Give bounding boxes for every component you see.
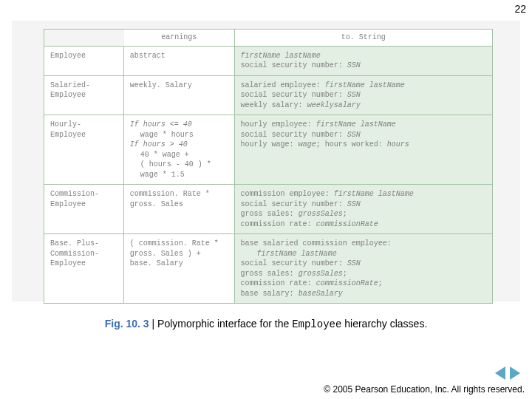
figure-caption: Fig. 10. 3 | Polymorphic interface for t… [0,318,532,330]
class-name-cell: Employee [44,47,124,76]
page-number: 22 [514,3,526,15]
tostring-cell: base salaried commission employee:firstN… [235,234,493,304]
earnings-cell: ( commission. Rate *gross. Sales ) +base… [124,234,235,304]
class-name-cell: Salaried-Employee [44,76,124,116]
earnings-cell: weekly. Salary [124,76,235,116]
tostring-cell: firstName lastNamesocial security number… [235,47,493,76]
table-row: Salaried-Employeeweekly. Salarysalaried … [44,76,493,116]
class-name-cell: Hourly-Employee [44,115,124,185]
earnings-cell: If hours <= 40wage * hoursIf hours > 404… [124,115,235,185]
caption-pre: Polymorphic interface for the [157,318,292,330]
caption-sep: | [149,318,157,330]
caption-code: Employee [292,318,341,330]
prev-arrow-icon[interactable] [495,366,505,380]
table-row: Base. Plus-Commission-Employee( commissi… [44,234,493,304]
header-blank [44,30,124,47]
next-arrow-icon[interactable] [510,366,520,380]
copyright-text: © 2005 Pearson Education, Inc. All right… [324,384,525,395]
class-name-cell: Base. Plus-Commission-Employee [44,234,124,304]
table-row: Hourly-EmployeeIf hours <= 40wage * hour… [44,115,493,185]
caption-post: hierarchy classes. [341,318,427,330]
header-earnings: earnings [124,30,235,47]
tostring-cell: hourly employee: firstName lastNamesocia… [235,115,493,185]
table-header-row: earnings to. String [44,30,493,47]
slide-background: earnings to. String Employeeabstractfirs… [12,21,520,301]
tostring-cell: salaried employee: firstName lastNamesoc… [235,76,493,116]
table-row: EmployeeabstractfirstName lastNamesocial… [44,47,493,76]
polymorphism-table: earnings to. String Employeeabstractfirs… [44,29,493,304]
nav-arrows [495,366,520,380]
figure-number: Fig. 10. 3 [105,318,149,330]
table-row: Commission-Employeecommission. Rate *gro… [44,185,493,234]
earnings-cell: abstract [124,47,235,76]
tostring-cell: commission employee: firstName lastNames… [235,185,493,234]
class-name-cell: Commission-Employee [44,185,124,234]
header-tostring: to. String [235,30,493,47]
earnings-cell: commission. Rate *gross. Sales [124,185,235,234]
